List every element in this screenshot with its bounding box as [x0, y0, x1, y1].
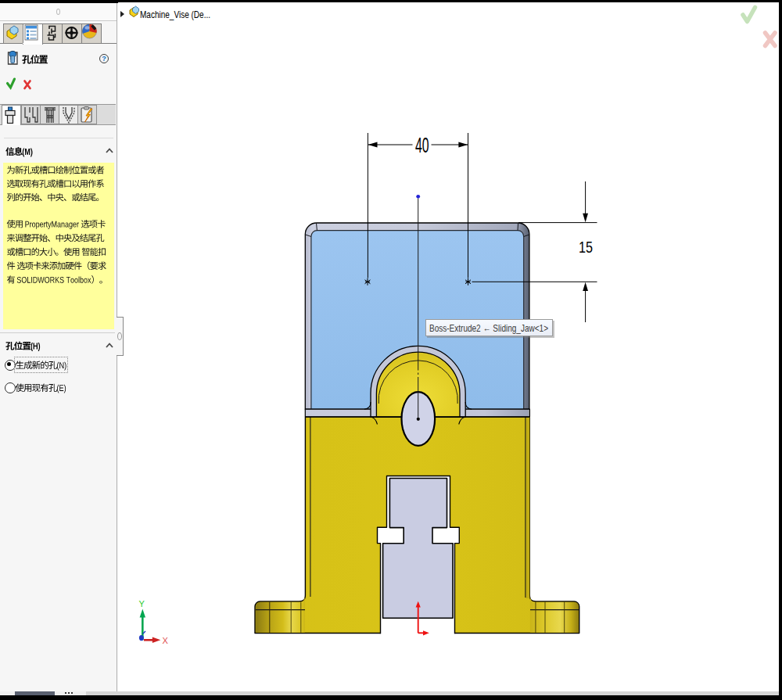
- svg-text:Boss-Extrude2 ← Sliding_Jaw<1>: Boss-Extrude2 ← Sliding_Jaw<1>: [429, 322, 548, 334]
- svg-text:Y: Y: [139, 599, 145, 608]
- svg-text:X: X: [163, 636, 169, 645]
- svg-text:40: 40: [415, 134, 429, 157]
- svg-text:15: 15: [579, 238, 593, 256]
- svg-text:Machine_Vise (De...: Machine_Vise (De...: [140, 9, 210, 20]
